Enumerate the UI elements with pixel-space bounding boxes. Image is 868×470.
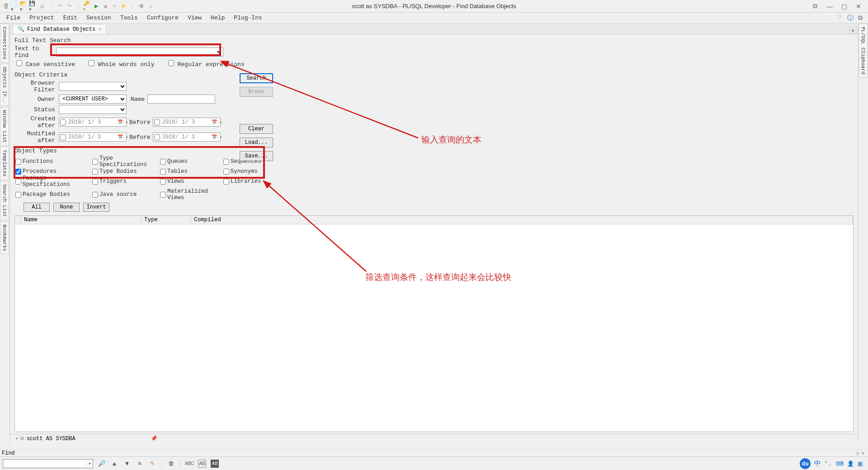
menu-view[interactable]: View (188, 14, 202, 21)
grid-icon[interactable]: ▦ (858, 461, 863, 467)
ab-icon[interactable]: AB (198, 460, 206, 468)
menu-project[interactable]: Project (29, 14, 54, 21)
ime-icon[interactable]: 中 (814, 459, 821, 468)
layout-icon[interactable]: ⧉ (858, 14, 863, 22)
user-icon[interactable]: 👤 (847, 461, 854, 467)
highlight-icon[interactable]: ✎ (148, 460, 156, 468)
titlebar: 🗄 📄▾ 📂▾ 💾▾ 🖶 | ↶ ↷ | 🔑▾ ▶ ⏹ ⟳ ⚡ | ⚙ ≡ sc… (0, 0, 868, 13)
refresh-icon[interactable]: ⟳ (110, 2, 118, 10)
created-after-date[interactable]: 📅▾ (59, 118, 127, 127)
type-type-bodies[interactable]: Type Bodies (92, 168, 160, 175)
key-icon[interactable]: 🔑▾ (83, 2, 91, 10)
vtab-clipboard[interactable]: PL/SQL Clipboard (859, 24, 868, 78)
help-icon[interactable]: ❔ (835, 14, 843, 22)
col-compiled[interactable]: Compiled (191, 216, 853, 224)
whole-words-checkbox[interactable]: Whole words only (89, 60, 155, 68)
menu-plugins[interactable]: Plug-Ins (234, 14, 262, 21)
redo-icon[interactable]: ↷ (65, 2, 73, 10)
undo-icon[interactable]: ↶ (56, 2, 64, 10)
trash-icon[interactable]: 🗑 (167, 460, 175, 468)
type-tables[interactable]: Tables (160, 168, 223, 175)
rocket-icon[interactable]: ≡ (146, 2, 155, 10)
type-java-source[interactable]: Java source (92, 188, 160, 201)
restore-down-icon[interactable]: ⧉ (811, 2, 819, 10)
modified-before-date[interactable]: 📅▾ (153, 133, 221, 142)
vtab-searchlist[interactable]: Search List (0, 181, 9, 220)
vtab-objects[interactable]: Objects [F.. (0, 64, 9, 106)
name-input[interactable] (147, 95, 215, 104)
thunder-icon[interactable]: ⚡ (119, 2, 127, 10)
type-synonyms[interactable]: Synonyms (223, 168, 278, 175)
tab-close-icon[interactable]: × (98, 27, 101, 32)
type-mviews[interactable]: Materialized Views (160, 188, 223, 201)
type-package-bodies[interactable]: Package Bodies (15, 188, 92, 201)
new-icon[interactable]: 📄▾ (11, 2, 19, 10)
minimize-icon[interactable]: — (826, 2, 834, 10)
status-select[interactable] (59, 105, 127, 114)
text-to-find-input[interactable] (56, 47, 223, 57)
punct-icon[interactable]: °， (825, 460, 832, 467)
col-blank[interactable] (15, 216, 21, 224)
connection-text[interactable]: scott AS SYSDBA (24, 436, 78, 442)
vtab-bookmarks[interactable]: Bookmarks (0, 221, 9, 254)
tab-overflow[interactable]: ▾ (849, 27, 856, 34)
conn-dropdown-icon[interactable]: ▾ (15, 436, 18, 441)
search-button[interactable]: Search (240, 73, 273, 83)
type-views[interactable]: Views (160, 175, 223, 188)
load-button[interactable]: Load... (240, 138, 273, 147)
settings-icon[interactable]: ⚙ (137, 2, 146, 10)
vtab-templates[interactable]: Templates (0, 147, 9, 180)
pin-icon[interactable]: 📌 (151, 435, 157, 442)
col-name[interactable]: Name (21, 216, 142, 224)
abc-icon[interactable]: ABC (185, 460, 193, 468)
save-icon[interactable]: 💾▾ (29, 2, 37, 10)
col-type[interactable]: Type (142, 216, 191, 224)
db-icon[interactable]: 🗄 (2, 2, 10, 10)
close-window-icon[interactable]: ✕ (854, 2, 863, 10)
stop-icon[interactable]: ⏹ (101, 2, 109, 10)
info-icon[interactable]: ⓘ (847, 14, 854, 22)
vtab-windowlist[interactable]: Window List (0, 107, 9, 146)
run-icon[interactable]: ▶ (92, 2, 100, 10)
created-before-date[interactable]: 📅▾ (153, 118, 221, 127)
find-close-icon[interactable]: ▯ ✕ (856, 451, 868, 456)
type-libraries[interactable]: Libraries (223, 175, 278, 188)
save-button[interactable]: Save... (240, 151, 273, 161)
full-text-search-label: Full Text Search (14, 37, 854, 44)
invert-button[interactable]: Invert (83, 203, 109, 212)
open-icon[interactable]: 📂▾ (20, 2, 28, 10)
type-triggers[interactable]: Triggers (92, 175, 160, 188)
type-type-specs[interactable]: Type Specifications (92, 155, 160, 168)
find-icon[interactable]: 🔎 (98, 460, 106, 468)
find-next-icon[interactable]: ▼ (123, 460, 131, 468)
ab2-icon[interactable]: AB (211, 460, 219, 468)
none-button[interactable]: None (53, 203, 80, 212)
find-prev-icon[interactable]: ▲ (110, 460, 118, 468)
type-queues[interactable]: Queues (160, 155, 223, 168)
type-functions[interactable]: Functions (15, 155, 92, 168)
menu-session[interactable]: Session (86, 14, 111, 21)
list-icon[interactable]: ≡ (136, 460, 144, 468)
menu-edit[interactable]: Edit (63, 14, 77, 21)
keyboard-icon[interactable]: ⌨ (836, 461, 844, 467)
bottom-search-input[interactable]: ▾ (3, 459, 93, 468)
menu-configure[interactable]: Configure (147, 14, 179, 21)
type-package-specs[interactable]: Package Specifications (15, 175, 92, 188)
owner-select[interactable]: <CURRENT USER> (59, 95, 127, 104)
menu-file[interactable]: File (6, 14, 20, 21)
tab-find-objects[interactable]: 🔍 Find Database Objects × (13, 24, 106, 34)
print-icon[interactable]: 🖶 (38, 2, 46, 10)
chevron-down-icon[interactable]: ▾ (86, 461, 93, 466)
all-button[interactable]: All (24, 203, 50, 212)
browser-filter-select[interactable] (59, 82, 127, 91)
case-sensitive-checkbox[interactable]: Case sensitive (16, 60, 75, 68)
baidu-tray-icon[interactable]: du (800, 458, 811, 469)
type-procedures[interactable]: Procedures (15, 168, 92, 175)
clear-button[interactable]: Clear (240, 124, 273, 134)
menu-tools[interactable]: Tools (120, 14, 138, 21)
regex-checkbox[interactable]: Regular expressions (168, 60, 245, 68)
vtab-connections[interactable]: Connections (0, 24, 9, 63)
modified-after-date[interactable]: 📅▾ (59, 133, 127, 142)
menu-help[interactable]: Help (211, 14, 225, 21)
maximize-icon[interactable]: ▢ (840, 2, 848, 10)
